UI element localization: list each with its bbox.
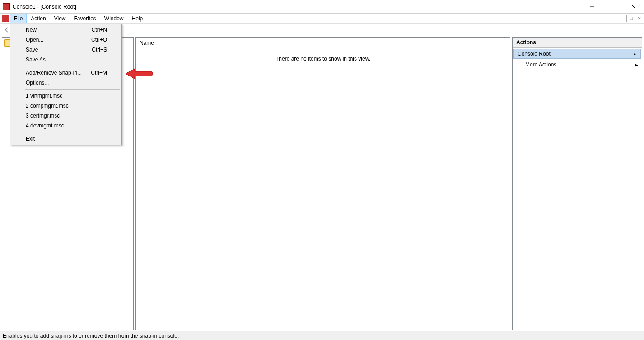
svg-rect-1	[611, 5, 615, 9]
menu-item-save-label: Save	[26, 47, 38, 53]
menu-item-save[interactable]: Save Ctrl+S	[11, 45, 121, 55]
minimize-button[interactable]	[582, 0, 602, 14]
menu-item-save-as[interactable]: Save As...	[11, 55, 121, 65]
menu-item-open-label: Open...	[26, 37, 43, 43]
list-header: Name	[136, 38, 510, 48]
menu-item-recent-4-label: 4 devmgmt.msc	[26, 123, 64, 129]
menu-separator	[25, 132, 120, 132]
menu-item-add-remove-snapin[interactable]: Add/Remove Snap-in... Ctrl+M	[11, 68, 121, 78]
window-title: Console1 - [Console Root]	[13, 4, 76, 10]
menu-item-recent-2-label: 2 compmgmt.msc	[26, 103, 69, 109]
app-icon	[3, 3, 10, 10]
menu-item-recent-1-label: 1 virtmgmt.msc	[26, 93, 62, 99]
menu-item-exit-label: Exit	[26, 136, 35, 142]
menu-item-new-label: New	[26, 27, 37, 33]
menu-favorites[interactable]: Favorites	[70, 14, 100, 23]
menu-item-recent-3-label: 3 certmgr.msc	[26, 113, 60, 119]
menu-item-exit[interactable]: Exit	[11, 134, 121, 144]
mdi-restore-button[interactable]: ❐	[628, 15, 635, 22]
menu-view[interactable]: View	[50, 14, 70, 23]
mdi-close-button[interactable]: ✕	[636, 15, 643, 22]
menu-window[interactable]: Window	[100, 14, 128, 23]
menu-item-open[interactable]: Open... Ctrl+O	[11, 35, 121, 45]
menu-item-save-shortcut: Ctrl+S	[92, 47, 107, 53]
actions-group-console-root[interactable]: Console Root ▲	[513, 49, 641, 59]
menu-separator	[25, 66, 120, 66]
menu-item-recent-4[interactable]: 4 devmgmt.msc	[11, 121, 121, 131]
statusbar: Enables you to add snap-ins to or remove…	[0, 331, 644, 340]
menu-item-recent-2[interactable]: 2 compmgmt.msc	[11, 101, 121, 111]
menu-action[interactable]: Action	[27, 14, 50, 23]
mdi-system-icon[interactable]	[2, 15, 9, 22]
menu-item-options-label: Options...	[26, 80, 49, 86]
menu-file[interactable]: File	[10, 14, 27, 23]
maximize-button[interactable]	[602, 0, 623, 14]
menu-item-add-remove-shortcut: Ctrl+M	[91, 70, 107, 76]
list-pane[interactable]: Name There are no items to show in this …	[135, 37, 510, 330]
menu-item-open-shortcut: Ctrl+O	[91, 37, 107, 43]
menu-item-new-shortcut: Ctrl+N	[92, 27, 107, 33]
menu-item-add-remove-label: Add/Remove Snap-in...	[26, 70, 82, 76]
actions-header: Actions	[513, 38, 642, 48]
menubar: File Action View Favorites Window Help –…	[0, 14, 644, 24]
menu-item-options[interactable]: Options...	[11, 78, 121, 88]
menu-help[interactable]: Help	[128, 14, 147, 23]
menu-item-save-as-label: Save As...	[26, 57, 50, 63]
submenu-arrow-icon: ▶	[635, 62, 638, 67]
menu-item-new[interactable]: New Ctrl+N	[11, 25, 121, 35]
list-empty-message: There are no items to show in this view.	[136, 48, 510, 69]
actions-group-label: Console Root	[518, 51, 551, 57]
statusbar-separator	[528, 332, 528, 340]
actions-more-label: More Actions	[525, 61, 556, 68]
column-name[interactable]: Name	[136, 38, 224, 48]
close-button[interactable]	[623, 0, 644, 14]
menu-separator	[25, 89, 120, 90]
titlebar: Console1 - [Console Root]	[0, 0, 644, 14]
menu-item-recent-1[interactable]: 1 virtmgmt.msc	[11, 91, 121, 101]
file-menu-dropdown: New Ctrl+N Open... Ctrl+O Save Ctrl+S Sa…	[10, 24, 122, 145]
menu-item-recent-3[interactable]: 3 certmgr.msc	[11, 111, 121, 121]
mdi-minimize-button[interactable]: –	[620, 15, 627, 22]
actions-more-actions[interactable]: More Actions ▶	[513, 60, 642, 70]
actions-pane: Actions Console Root ▲ More Actions ▶	[512, 37, 642, 330]
status-text: Enables you to add snap-ins to or remove…	[3, 333, 179, 339]
collapse-icon[interactable]: ▲	[633, 52, 637, 56]
